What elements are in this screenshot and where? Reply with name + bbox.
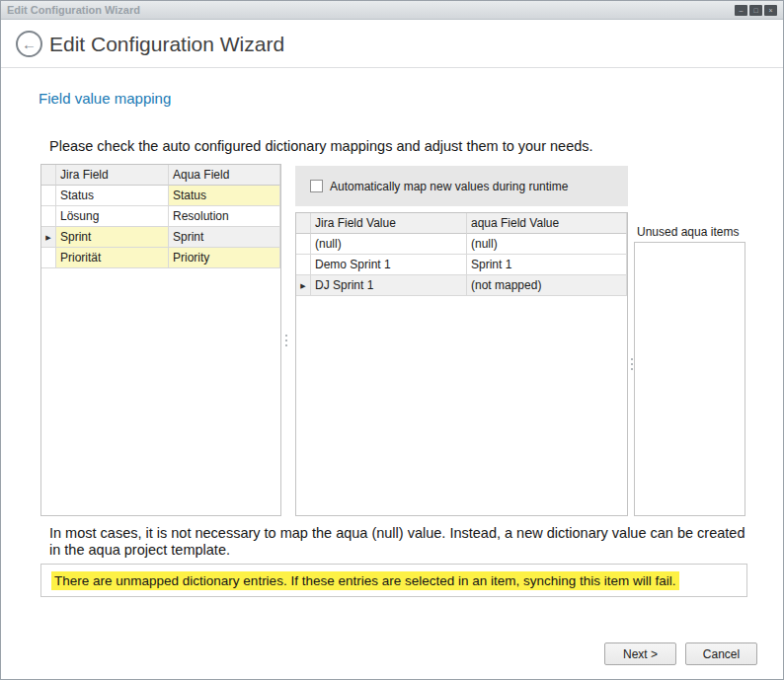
titlebar[interactable]: Edit Configuration Wizard – □ ×: [1, 1, 783, 20]
row-selector-icon: ▶: [45, 234, 50, 241]
auto-map-checkbox-label[interactable]: Automatically map new values during runt…: [330, 180, 568, 193]
table-cell[interactable]: Resolution: [169, 206, 280, 227]
table-row[interactable]: Lösung Resolution: [41, 206, 280, 227]
splitter-grip-icon: [285, 335, 287, 337]
header-divider: [1, 67, 783, 68]
next-button[interactable]: Next >: [604, 642, 676, 665]
auto-map-checkbox[interactable]: [310, 180, 323, 192]
table-row[interactable]: (null) (null): [296, 234, 627, 255]
column-header-jira-field-value[interactable]: Jira Field Value: [311, 213, 467, 234]
table-cell[interactable]: Sprint: [169, 227, 280, 248]
grid-splitter-left[interactable]: [282, 164, 289, 516]
table-row-selected[interactable]: ▶ Sprint Sprint: [41, 227, 280, 248]
splitter-grip-icon: [631, 368, 633, 370]
table-row[interactable]: Demo Sprint 1 Sprint 1: [296, 255, 627, 275]
unused-aqua-items-listbox[interactable]: [634, 242, 745, 516]
column-header-jira-field[interactable]: Jira Field: [56, 165, 169, 186]
cancel-button[interactable]: Cancel: [685, 642, 757, 665]
warning-text: There are unmapped dictionary entries. I…: [51, 571, 679, 590]
column-header-aqua-field[interactable]: Aqua Field: [169, 165, 280, 186]
close-button[interactable]: ×: [764, 5, 777, 16]
splitter-grip-icon: [631, 363, 633, 365]
row-selector-header: [296, 213, 311, 234]
note-text: In most cases, it is not necessary to ma…: [49, 525, 752, 559]
instruction-text: Please check the auto configured diction…: [49, 138, 593, 154]
splitter-grip-icon: [631, 358, 633, 360]
row-selector-cell[interactable]: [296, 255, 311, 275]
edit-configuration-wizard-window: Edit Configuration Wizard – □ × ← Edit C…: [0, 0, 784, 680]
table-cell[interactable]: (not mapped): [467, 275, 627, 296]
table-row[interactable]: Priorität Priority: [41, 248, 280, 268]
table-row-selected[interactable]: ▶ DJ Sprint 1 (not mapped): [296, 275, 627, 296]
table-cell[interactable]: Priority: [169, 248, 280, 268]
column-header-aqua-field-value[interactable]: aqua Field Value: [467, 213, 627, 234]
maximize-button[interactable]: □: [749, 5, 762, 16]
table-cell[interactable]: Lösung: [56, 206, 169, 227]
page-title: Edit Configuration Wizard: [49, 33, 284, 56]
maximize-icon: □: [753, 7, 757, 14]
row-selector-header: [41, 165, 56, 186]
back-button[interactable]: ←: [16, 31, 42, 57]
table-cell[interactable]: Priorität: [56, 248, 169, 268]
table-cell[interactable]: (null): [311, 234, 467, 255]
warning-box: There are unmapped dictionary entries. I…: [40, 564, 747, 597]
row-selector-cell[interactable]: ▶: [296, 275, 311, 296]
table-cell[interactable]: Status: [169, 186, 280, 206]
row-selector-cell[interactable]: [41, 206, 56, 227]
close-icon: ×: [768, 7, 772, 14]
unused-aqua-items-label: Unused aqua items: [637, 225, 739, 239]
table-cell[interactable]: DJ Sprint 1: [311, 275, 467, 296]
table-cell[interactable]: Sprint 1: [467, 255, 627, 275]
row-selector-icon: ▶: [300, 282, 305, 289]
back-arrow-icon: ←: [22, 37, 37, 51]
table-cell[interactable]: Status: [56, 186, 169, 206]
row-selector-cell[interactable]: [296, 234, 311, 255]
row-selector-cell[interactable]: [41, 248, 56, 268]
minimize-button[interactable]: –: [735, 5, 747, 16]
table-row[interactable]: Status Status: [41, 186, 280, 206]
table-cell[interactable]: Demo Sprint 1: [311, 255, 467, 275]
row-selector-cell[interactable]: [41, 186, 56, 206]
value-mapping-table: Jira Field Value aqua Field Value (null)…: [295, 212, 628, 516]
window-title: Edit Configuration Wizard: [7, 4, 140, 16]
window-controls: – □ ×: [735, 5, 777, 16]
field-mapping-table: Jira Field Aqua Field Status Status Lösu…: [40, 164, 281, 516]
splitter-grip-icon: [285, 340, 287, 341]
minimize-icon: –: [740, 7, 744, 14]
runtime-mapping-panel: Automatically map new values during runt…: [295, 166, 628, 206]
table-cell[interactable]: (null): [467, 234, 627, 255]
row-selector-cell[interactable]: ▶: [41, 227, 56, 248]
splitter-grip-icon: [285, 344, 287, 346]
table-cell[interactable]: Sprint: [56, 227, 169, 248]
section-title: Field value mapping: [39, 90, 171, 107]
